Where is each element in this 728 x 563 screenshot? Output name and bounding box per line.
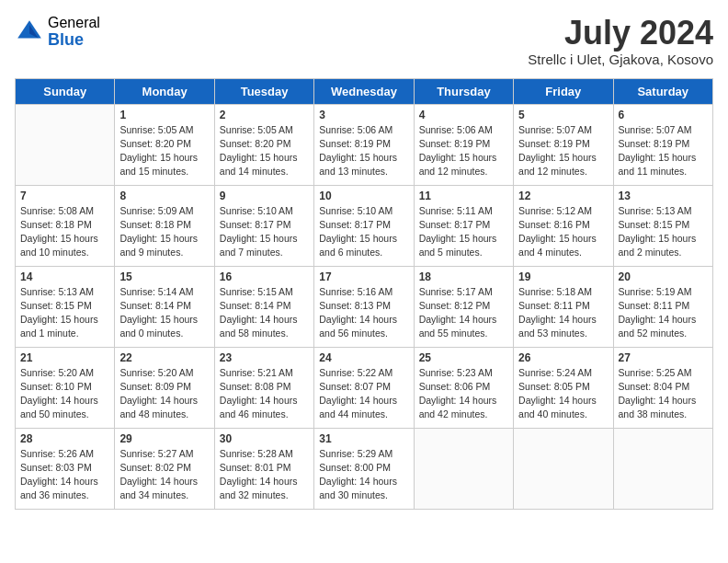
calendar-cell: 15Sunrise: 5:14 AM Sunset: 8:14 PM Dayli…	[115, 266, 214, 347]
day-info: Sunrise: 5:05 AM Sunset: 8:20 PM Dayligh…	[119, 123, 209, 179]
day-number: 9	[220, 190, 309, 202]
day-info: Sunrise: 5:06 AM Sunset: 8:19 PM Dayligh…	[419, 123, 508, 179]
day-number: 30	[220, 432, 309, 445]
day-number: 2	[220, 109, 309, 121]
calendar-cell: 18Sunrise: 5:17 AM Sunset: 8:12 PM Dayli…	[414, 266, 513, 347]
calendar-cell: 28Sunrise: 5:26 AM Sunset: 8:03 PM Dayli…	[16, 428, 115, 509]
calendar-cell: 26Sunrise: 5:24 AM Sunset: 8:05 PM Dayli…	[514, 347, 613, 428]
calendar-cell: 5Sunrise: 5:07 AM Sunset: 8:19 PM Daylig…	[514, 104, 613, 185]
day-info: Sunrise: 5:10 AM Sunset: 8:17 PM Dayligh…	[319, 204, 408, 260]
day-number: 12	[518, 190, 608, 202]
weekday-header: Friday	[514, 78, 613, 104]
calendar-table: SundayMondayTuesdayWednesdayThursdayFrid…	[15, 78, 713, 510]
weekday-header-row: SundayMondayTuesdayWednesdayThursdayFrid…	[16, 78, 713, 104]
day-info: Sunrise: 5:18 AM Sunset: 8:11 PM Dayligh…	[518, 285, 608, 341]
calendar-cell: 8Sunrise: 5:09 AM Sunset: 8:18 PM Daylig…	[115, 185, 214, 266]
day-number: 19	[518, 270, 608, 283]
calendar-cell: 9Sunrise: 5:10 AM Sunset: 8:17 PM Daylig…	[214, 185, 313, 266]
day-info: Sunrise: 5:27 AM Sunset: 8:02 PM Dayligh…	[119, 447, 209, 503]
day-info: Sunrise: 5:08 AM Sunset: 8:18 PM Dayligh…	[20, 204, 109, 260]
calendar-week-row: 7Sunrise: 5:08 AM Sunset: 8:18 PM Daylig…	[16, 185, 713, 266]
day-info: Sunrise: 5:29 AM Sunset: 8:00 PM Dayligh…	[319, 447, 408, 503]
day-number: 18	[419, 270, 508, 283]
calendar-cell: 21Sunrise: 5:20 AM Sunset: 8:10 PM Dayli…	[16, 347, 115, 428]
calendar-cell: 7Sunrise: 5:08 AM Sunset: 8:18 PM Daylig…	[16, 185, 115, 266]
day-info: Sunrise: 5:17 AM Sunset: 8:12 PM Dayligh…	[419, 285, 508, 341]
day-number: 20	[619, 270, 708, 283]
calendar-cell: 31Sunrise: 5:29 AM Sunset: 8:00 PM Dayli…	[314, 428, 414, 509]
weekday-header: Thursday	[414, 78, 513, 104]
calendar-week-row: 28Sunrise: 5:26 AM Sunset: 8:03 PM Dayli…	[16, 428, 713, 509]
day-number: 8	[119, 190, 209, 202]
day-info: Sunrise: 5:15 AM Sunset: 8:14 PM Dayligh…	[220, 285, 309, 341]
day-info: Sunrise: 5:19 AM Sunset: 8:11 PM Dayligh…	[619, 285, 708, 341]
day-number: 24	[319, 351, 408, 364]
day-number: 21	[20, 351, 109, 364]
day-number: 26	[518, 351, 608, 364]
logo-text: General Blue	[48, 15, 100, 49]
day-info: Sunrise: 5:22 AM Sunset: 8:07 PM Dayligh…	[319, 366, 408, 422]
day-info: Sunrise: 5:11 AM Sunset: 8:17 PM Dayligh…	[419, 204, 508, 260]
day-number: 10	[319, 190, 408, 202]
calendar-cell: 3Sunrise: 5:06 AM Sunset: 8:19 PM Daylig…	[314, 104, 414, 185]
calendar-cell: 29Sunrise: 5:27 AM Sunset: 8:02 PM Dayli…	[115, 428, 214, 509]
weekday-header: Sunday	[16, 78, 115, 104]
day-info: Sunrise: 5:24 AM Sunset: 8:05 PM Dayligh…	[518, 366, 608, 422]
day-number: 1	[119, 109, 209, 121]
day-number: 4	[419, 109, 508, 121]
day-number: 25	[419, 351, 508, 364]
day-info: Sunrise: 5:25 AM Sunset: 8:04 PM Dayligh…	[619, 366, 708, 422]
day-info: Sunrise: 5:05 AM Sunset: 8:20 PM Dayligh…	[220, 123, 309, 179]
day-info: Sunrise: 5:13 AM Sunset: 8:15 PM Dayligh…	[20, 285, 109, 341]
day-number: 23	[220, 351, 309, 364]
calendar-week-row: 21Sunrise: 5:20 AM Sunset: 8:10 PM Dayli…	[16, 347, 713, 428]
day-info: Sunrise: 5:09 AM Sunset: 8:18 PM Dayligh…	[119, 204, 209, 260]
title-area: July 2024 Strellc i Ulet, Gjakova, Kosov…	[528, 15, 713, 67]
day-number: 14	[20, 270, 109, 283]
day-number: 17	[319, 270, 408, 283]
day-info: Sunrise: 5:12 AM Sunset: 8:16 PM Dayligh…	[518, 204, 608, 260]
day-info: Sunrise: 5:26 AM Sunset: 8:03 PM Dayligh…	[20, 447, 109, 503]
day-info: Sunrise: 5:07 AM Sunset: 8:19 PM Dayligh…	[619, 123, 708, 179]
weekday-header: Saturday	[613, 78, 712, 104]
calendar-cell: 23Sunrise: 5:21 AM Sunset: 8:08 PM Dayli…	[214, 347, 313, 428]
calendar-cell: 24Sunrise: 5:22 AM Sunset: 8:07 PM Dayli…	[314, 347, 414, 428]
logo-general: General	[48, 15, 100, 31]
calendar-cell: 10Sunrise: 5:10 AM Sunset: 8:17 PM Dayli…	[314, 185, 414, 266]
day-info: Sunrise: 5:20 AM Sunset: 8:10 PM Dayligh…	[20, 366, 109, 422]
day-number: 27	[619, 351, 708, 364]
month-year: July 2024	[528, 15, 713, 52]
calendar-cell: 6Sunrise: 5:07 AM Sunset: 8:19 PM Daylig…	[613, 104, 712, 185]
calendar-cell: 19Sunrise: 5:18 AM Sunset: 8:11 PM Dayli…	[514, 266, 613, 347]
day-info: Sunrise: 5:07 AM Sunset: 8:19 PM Dayligh…	[518, 123, 608, 179]
weekday-header: Tuesday	[214, 78, 313, 104]
logo-blue: Blue	[48, 31, 100, 50]
logo-icon	[15, 17, 44, 47]
calendar-cell: 16Sunrise: 5:15 AM Sunset: 8:14 PM Dayli…	[214, 266, 313, 347]
day-info: Sunrise: 5:13 AM Sunset: 8:15 PM Dayligh…	[619, 204, 708, 260]
day-info: Sunrise: 5:20 AM Sunset: 8:09 PM Dayligh…	[119, 366, 209, 422]
calendar-cell	[414, 428, 513, 509]
page-header: General Blue July 2024 Strellc i Ulet, G…	[15, 15, 713, 67]
day-number: 28	[20, 432, 109, 445]
day-info: Sunrise: 5:28 AM Sunset: 8:01 PM Dayligh…	[220, 447, 309, 503]
calendar-cell	[16, 104, 115, 185]
day-number: 5	[518, 109, 608, 121]
calendar-cell: 11Sunrise: 5:11 AM Sunset: 8:17 PM Dayli…	[414, 185, 513, 266]
calendar-cell: 30Sunrise: 5:28 AM Sunset: 8:01 PM Dayli…	[214, 428, 313, 509]
calendar-cell: 4Sunrise: 5:06 AM Sunset: 8:19 PM Daylig…	[414, 104, 513, 185]
day-number: 29	[119, 432, 209, 445]
calendar-cell: 20Sunrise: 5:19 AM Sunset: 8:11 PM Dayli…	[613, 266, 712, 347]
day-info: Sunrise: 5:21 AM Sunset: 8:08 PM Dayligh…	[220, 366, 309, 422]
calendar-cell	[514, 428, 613, 509]
day-number: 31	[319, 432, 408, 445]
calendar-cell: 12Sunrise: 5:12 AM Sunset: 8:16 PM Dayli…	[514, 185, 613, 266]
calendar-week-row: 1Sunrise: 5:05 AM Sunset: 8:20 PM Daylig…	[16, 104, 713, 185]
calendar-cell: 14Sunrise: 5:13 AM Sunset: 8:15 PM Dayli…	[16, 266, 115, 347]
day-number: 22	[119, 351, 209, 364]
calendar-cell: 25Sunrise: 5:23 AM Sunset: 8:06 PM Dayli…	[414, 347, 513, 428]
calendar-cell: 27Sunrise: 5:25 AM Sunset: 8:04 PM Dayli…	[613, 347, 712, 428]
weekday-header: Wednesday	[314, 78, 414, 104]
day-number: 6	[619, 109, 708, 121]
day-number: 16	[220, 270, 309, 283]
